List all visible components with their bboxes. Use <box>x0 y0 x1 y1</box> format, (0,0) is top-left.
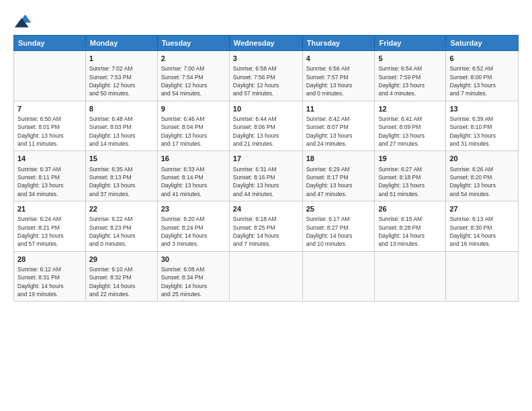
cell-3-4: 17Sunrise: 6:31 AMSunset: 8:16 PMDayligh… <box>229 151 302 201</box>
logo-icon <box>13 12 32 31</box>
cell-1-4: 3Sunrise: 6:58 AMSunset: 7:56 PMDaylight… <box>229 51 302 101</box>
day-detail: Sunrise: 6:41 AMSunset: 8:09 PMDaylight:… <box>378 115 442 148</box>
day-number: 24 <box>233 204 299 214</box>
day-number: 18 <box>306 154 371 164</box>
cell-4-6: 26Sunrise: 6:15 AMSunset: 8:28 PMDayligh… <box>375 201 446 251</box>
cell-2-6: 12Sunrise: 6:41 AMSunset: 8:09 PMDayligh… <box>375 101 446 151</box>
cell-5-3: 30Sunrise: 6:08 AMSunset: 8:34 PMDayligh… <box>157 251 229 302</box>
cell-2-4: 10Sunrise: 6:44 AMSunset: 8:06 PMDayligh… <box>229 101 302 151</box>
cell-3-1: 14Sunrise: 6:37 AMSunset: 8:11 PMDayligh… <box>14 151 86 201</box>
day-number: 3 <box>233 54 299 64</box>
cell-5-6 <box>375 251 446 302</box>
day-detail: Sunrise: 6:39 AMSunset: 8:10 PMDaylight:… <box>449 115 515 148</box>
cell-2-7: 13Sunrise: 6:39 AMSunset: 8:10 PMDayligh… <box>446 101 519 151</box>
day-detail: Sunrise: 6:20 AMSunset: 8:24 PMDaylight:… <box>161 215 226 248</box>
day-detail: Sunrise: 7:00 AMSunset: 7:54 PMDaylight:… <box>161 64 226 97</box>
day-detail: Sunrise: 6:08 AMSunset: 8:34 PMDaylight:… <box>161 265 226 298</box>
day-number: 25 <box>306 204 371 214</box>
week-row-4: 21Sunrise: 6:24 AMSunset: 8:21 PMDayligh… <box>14 201 519 251</box>
header-day-wednesday: Wednesday <box>229 36 302 51</box>
day-number: 16 <box>161 154 226 164</box>
calendar-table: SundayMondayTuesdayWednesdayThursdayFrid… <box>13 35 519 302</box>
header-day-saturday: Saturday <box>446 36 519 51</box>
logo <box>13 12 35 31</box>
day-detail: Sunrise: 6:56 AMSunset: 7:57 PMDaylight:… <box>306 64 371 97</box>
day-detail: Sunrise: 6:50 AMSunset: 8:01 PMDaylight:… <box>17 115 82 148</box>
day-detail: Sunrise: 6:15 AMSunset: 8:28 PMDaylight:… <box>378 215 442 248</box>
day-number: 19 <box>378 154 442 164</box>
cell-2-5: 11Sunrise: 6:42 AMSunset: 8:07 PMDayligh… <box>302 101 375 151</box>
week-row-2: 7Sunrise: 6:50 AMSunset: 8:01 PMDaylight… <box>14 101 519 151</box>
week-row-5: 28Sunrise: 6:12 AMSunset: 8:31 PMDayligh… <box>14 251 519 302</box>
cell-5-5 <box>302 251 375 302</box>
day-number: 13 <box>449 104 515 114</box>
week-row-3: 14Sunrise: 6:37 AMSunset: 8:11 PMDayligh… <box>14 151 519 201</box>
week-row-1: 1Sunrise: 7:02 AMSunset: 7:53 PMDaylight… <box>14 51 519 101</box>
header <box>13 12 519 31</box>
day-detail: Sunrise: 6:12 AMSunset: 8:31 PMDaylight:… <box>17 265 82 298</box>
cell-3-6: 19Sunrise: 6:27 AMSunset: 8:18 PMDayligh… <box>375 151 446 201</box>
cell-1-2: 1Sunrise: 7:02 AMSunset: 7:53 PMDaylight… <box>85 51 157 101</box>
day-number: 1 <box>89 54 154 64</box>
day-detail: Sunrise: 6:22 AMSunset: 8:23 PMDaylight:… <box>89 215 154 248</box>
cell-2-3: 9Sunrise: 6:46 AMSunset: 8:04 PMDaylight… <box>157 101 229 151</box>
cell-5-7 <box>446 251 519 302</box>
header-day-friday: Friday <box>375 36 446 51</box>
cell-4-1: 21Sunrise: 6:24 AMSunset: 8:21 PMDayligh… <box>14 201 86 251</box>
day-detail: Sunrise: 7:02 AMSunset: 7:53 PMDaylight:… <box>89 64 154 97</box>
header-row: SundayMondayTuesdayWednesdayThursdayFrid… <box>14 36 519 51</box>
day-number: 29 <box>89 255 154 265</box>
cell-1-1 <box>14 51 86 101</box>
day-detail: Sunrise: 6:48 AMSunset: 8:03 PMDaylight:… <box>89 115 154 148</box>
cell-4-2: 22Sunrise: 6:22 AMSunset: 8:23 PMDayligh… <box>85 201 157 251</box>
day-detail: Sunrise: 6:33 AMSunset: 8:14 PMDaylight:… <box>161 165 226 198</box>
cell-3-5: 18Sunrise: 6:29 AMSunset: 8:17 PMDayligh… <box>302 151 375 201</box>
day-number: 28 <box>17 255 82 265</box>
day-detail: Sunrise: 6:26 AMSunset: 8:20 PMDaylight:… <box>449 165 515 198</box>
cell-3-2: 15Sunrise: 6:35 AMSunset: 8:13 PMDayligh… <box>85 151 157 201</box>
day-number: 12 <box>378 104 442 114</box>
day-number: 20 <box>449 154 515 164</box>
day-number: 6 <box>449 54 515 64</box>
cell-4-7: 27Sunrise: 6:13 AMSunset: 8:30 PMDayligh… <box>446 201 519 251</box>
header-day-thursday: Thursday <box>302 36 375 51</box>
day-number: 22 <box>89 204 154 214</box>
day-detail: Sunrise: 6:46 AMSunset: 8:04 PMDaylight:… <box>161 115 226 148</box>
day-number: 26 <box>378 204 442 214</box>
day-number: 5 <box>378 54 442 64</box>
day-number: 21 <box>17 204 82 214</box>
header-day-monday: Monday <box>85 36 157 51</box>
day-number: 14 <box>17 154 82 164</box>
day-number: 15 <box>89 154 154 164</box>
day-detail: Sunrise: 6:54 AMSunset: 7:59 PMDaylight:… <box>378 64 442 97</box>
day-number: 27 <box>449 204 515 214</box>
day-detail: Sunrise: 6:17 AMSunset: 8:27 PMDaylight:… <box>306 215 371 248</box>
cell-1-6: 5Sunrise: 6:54 AMSunset: 7:59 PMDaylight… <box>375 51 446 101</box>
day-number: 17 <box>233 154 299 164</box>
header-day-sunday: Sunday <box>14 36 86 51</box>
cell-4-3: 23Sunrise: 6:20 AMSunset: 8:24 PMDayligh… <box>157 201 229 251</box>
day-number: 23 <box>161 204 226 214</box>
day-detail: Sunrise: 6:10 AMSunset: 8:32 PMDaylight:… <box>89 265 154 298</box>
day-detail: Sunrise: 6:29 AMSunset: 8:17 PMDaylight:… <box>306 165 371 198</box>
day-detail: Sunrise: 6:52 AMSunset: 8:00 PMDaylight:… <box>449 64 515 97</box>
day-detail: Sunrise: 6:35 AMSunset: 8:13 PMDaylight:… <box>89 165 154 198</box>
day-number: 30 <box>161 255 226 265</box>
day-detail: Sunrise: 6:42 AMSunset: 8:07 PMDaylight:… <box>306 115 371 148</box>
cell-5-4 <box>229 251 302 302</box>
day-detail: Sunrise: 6:18 AMSunset: 8:25 PMDaylight:… <box>233 215 299 248</box>
day-detail: Sunrise: 6:27 AMSunset: 8:18 PMDaylight:… <box>378 165 442 198</box>
day-detail: Sunrise: 6:44 AMSunset: 8:06 PMDaylight:… <box>233 115 299 148</box>
day-number: 2 <box>161 54 226 64</box>
day-number: 8 <box>89 104 154 114</box>
cell-2-2: 8Sunrise: 6:48 AMSunset: 8:03 PMDaylight… <box>85 101 157 151</box>
cell-4-5: 25Sunrise: 6:17 AMSunset: 8:27 PMDayligh… <box>302 201 375 251</box>
day-number: 11 <box>306 104 371 114</box>
day-number: 7 <box>17 104 82 114</box>
day-detail: Sunrise: 6:31 AMSunset: 8:16 PMDaylight:… <box>233 165 299 198</box>
cell-4-4: 24Sunrise: 6:18 AMSunset: 8:25 PMDayligh… <box>229 201 302 251</box>
day-number: 9 <box>161 104 226 114</box>
day-number: 10 <box>233 104 299 114</box>
cell-3-3: 16Sunrise: 6:33 AMSunset: 8:14 PMDayligh… <box>157 151 229 201</box>
day-detail: Sunrise: 6:58 AMSunset: 7:56 PMDaylight:… <box>233 64 299 97</box>
